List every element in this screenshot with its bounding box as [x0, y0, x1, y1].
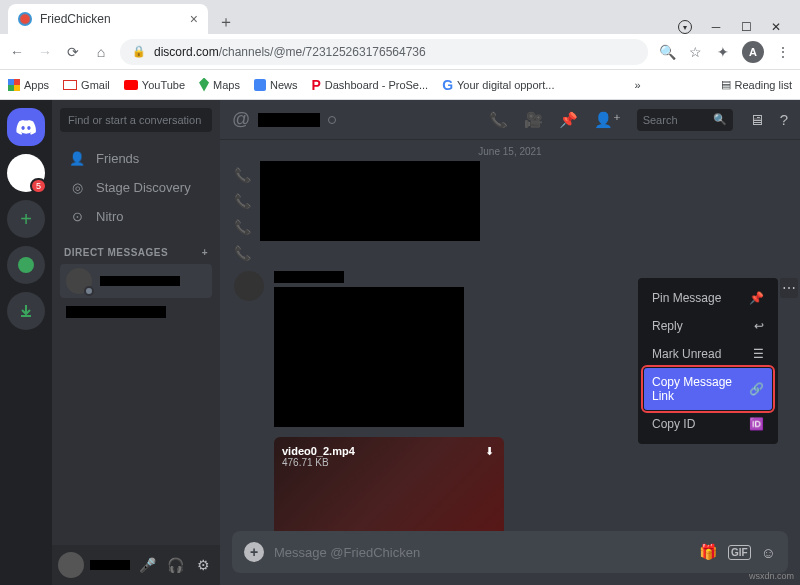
dm-avatar	[66, 268, 92, 294]
call-icon: 📞	[234, 193, 250, 209]
call-icon: 📞	[234, 245, 250, 261]
reload-icon[interactable]: ⟳	[64, 44, 82, 60]
channel-search[interactable]: Search🔍	[637, 109, 733, 131]
bookmark-overflow-icon[interactable]: »	[634, 79, 640, 91]
voice-call-icon[interactable]: 📞	[489, 111, 508, 129]
home-button[interactable]	[7, 108, 45, 146]
pin-icon[interactable]: 📌	[559, 111, 578, 129]
settings-icon[interactable]: ⚙	[192, 557, 214, 573]
menu-mark-unread[interactable]: Mark Unread☰	[644, 340, 772, 368]
friends-icon: 👤	[68, 151, 86, 166]
message-avatar[interactable]	[234, 271, 264, 301]
bookmark-youtube[interactable]: YouTube	[124, 79, 185, 91]
call-icon: 📞	[234, 219, 250, 235]
menu-reply[interactable]: Reply↩	[644, 312, 772, 340]
message-list: June 15, 2021 📞 📞 📞 📞 video0_2.mp4	[220, 140, 800, 531]
minimize-icon[interactable]: ─	[710, 20, 722, 34]
gift-icon[interactable]: 🎁	[699, 543, 718, 561]
discord-app: 5 + Find or start a conversation 👤Friend…	[0, 100, 800, 585]
unread-badge: 5	[30, 178, 47, 194]
conversation-search[interactable]: Find or start a conversation	[60, 108, 212, 132]
inbox-icon[interactable]: 🖥	[749, 111, 764, 128]
browser-tab[interactable]: FriedChicken ×	[8, 4, 208, 34]
explore-button[interactable]	[7, 246, 45, 284]
date-divider: June 15, 2021	[234, 146, 786, 157]
nav-friends[interactable]: 👤Friends	[60, 144, 212, 173]
reading-list[interactable]: ▤Reading list	[721, 78, 792, 91]
dm-item-1[interactable]	[60, 264, 212, 298]
chevron-down-icon[interactable]: ▾	[678, 20, 692, 34]
search-icon[interactable]: 🔍	[658, 44, 676, 60]
close-tab-icon[interactable]: ×	[190, 11, 198, 27]
unread-icon: ☰	[753, 347, 764, 361]
gif-icon[interactable]: GIF	[728, 545, 751, 560]
discord-logo-icon	[16, 119, 36, 135]
mute-icon[interactable]: 🎤	[136, 557, 158, 573]
server-list: 5 +	[0, 100, 52, 585]
download-button[interactable]	[7, 292, 45, 330]
message-redacted	[260, 161, 480, 241]
menu-copy-link[interactable]: Copy Message Link🔗	[644, 368, 772, 410]
home-icon[interactable]: ⌂	[92, 44, 110, 60]
back-icon[interactable]: ←	[8, 44, 26, 60]
forward-icon[interactable]: →	[36, 44, 54, 60]
help-icon[interactable]: ?	[780, 111, 788, 128]
url-domain: discord.com	[154, 45, 219, 59]
video-attachment[interactable]: video0_2.mp4 476.71 KB ⬇	[274, 437, 504, 531]
add-friend-icon[interactable]: 👤⁺	[594, 111, 621, 129]
deafen-icon[interactable]: 🎧	[164, 557, 186, 573]
dm-username-redacted	[66, 306, 166, 318]
channels-sidebar: Find or start a conversation 👤Friends ◎S…	[52, 100, 220, 585]
id-icon: 🆔	[749, 417, 764, 431]
channel-header: @ 📞 🎥 📌 👤⁺ Search🔍 🖥 ?	[220, 100, 800, 140]
video-call-icon[interactable]: 🎥	[524, 111, 543, 129]
emoji-icon[interactable]: ☺	[761, 544, 776, 561]
pin-icon: 📌	[749, 291, 764, 305]
search-icon: 🔍	[713, 113, 727, 126]
tab-favicon	[18, 12, 32, 26]
profile-avatar[interactable]: A	[742, 41, 764, 63]
bookmarks-bar: Apps Gmail YouTube Maps News PDashboard …	[0, 70, 800, 100]
bookmark-gmail[interactable]: Gmail	[63, 79, 110, 91]
download-attachment-icon[interactable]: ⬇	[485, 445, 494, 458]
extensions-icon[interactable]: ✦	[714, 44, 732, 60]
self-avatar[interactable]	[58, 552, 84, 578]
self-username-redacted	[90, 560, 130, 570]
video-filesize: 476.71 KB	[282, 457, 496, 468]
bookmark-maps[interactable]: Maps	[199, 78, 240, 92]
attach-icon[interactable]: +	[244, 542, 264, 562]
chat-main: @ 📞 🎥 📌 👤⁺ Search🔍 🖥 ? June 15, 2021 📞 📞…	[220, 100, 800, 585]
message-actions-button[interactable]: ⋯	[780, 278, 798, 298]
bookmark-apps[interactable]: Apps	[8, 79, 49, 91]
close-window-icon[interactable]: ✕	[770, 20, 782, 34]
lock-icon: 🔒	[132, 45, 146, 58]
menu-copy-id[interactable]: Copy ID🆔	[644, 410, 772, 438]
bookmark-news[interactable]: News	[254, 79, 298, 91]
nav-nitro[interactable]: ⊙Nitro	[60, 202, 212, 231]
download-icon	[18, 303, 34, 319]
stage-icon: ◎	[68, 180, 86, 195]
server-dm[interactable]: 5	[7, 154, 45, 192]
bookmark-google[interactable]: GYour digital opport...	[442, 77, 554, 93]
menu-icon[interactable]: ⋮	[774, 44, 792, 60]
menu-pin-message[interactable]: Pin Message📌	[644, 284, 772, 312]
maximize-icon[interactable]: ☐	[740, 20, 752, 34]
input-placeholder: Message @FriedChicken	[274, 545, 689, 560]
window-controls: ▾ ─ ☐ ✕	[660, 14, 800, 34]
url-path: /channels/@me/723125263176564736	[219, 45, 426, 59]
bookmark-pinterest[interactable]: PDashboard - ProSe...	[311, 77, 428, 93]
message-input[interactable]: + Message @FriedChicken 🎁 GIF ☺	[232, 531, 788, 573]
link-icon: 🔗	[749, 382, 764, 396]
nav-stage[interactable]: ◎Stage Discovery	[60, 173, 212, 202]
dm-item-2[interactable]	[60, 302, 212, 322]
create-dm-icon[interactable]: +	[202, 247, 208, 258]
star-icon[interactable]: ☆	[686, 44, 704, 60]
tab-title: FriedChicken	[40, 12, 111, 26]
video-filename: video0_2.mp4	[282, 445, 496, 457]
at-icon: @	[232, 109, 250, 130]
address-bar[interactable]: 🔒 discord.com/channels/@me/7231252631765…	[120, 39, 648, 65]
dm-section-header: DIRECT MESSAGES +	[52, 235, 220, 262]
nitro-icon: ⊙	[68, 209, 86, 224]
add-server-button[interactable]: +	[7, 200, 45, 238]
new-tab-button[interactable]: ＋	[214, 10, 238, 34]
